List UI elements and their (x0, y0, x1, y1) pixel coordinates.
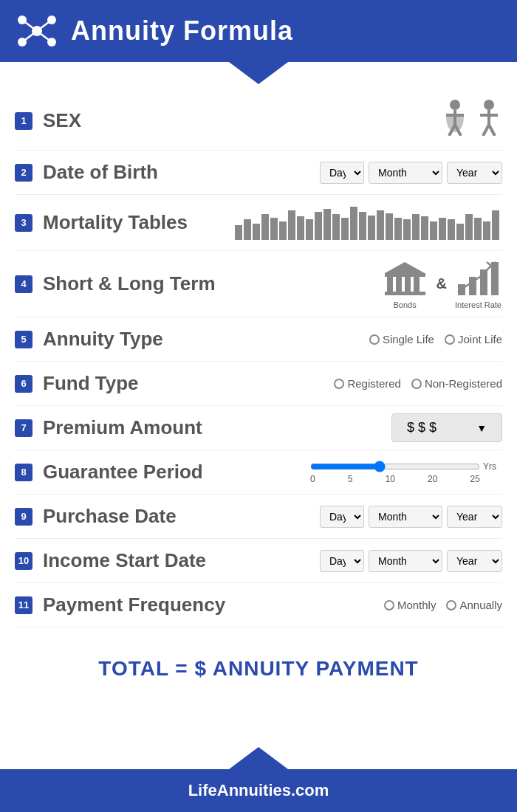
annually-option[interactable]: Annually (446, 599, 502, 611)
footer-text: LifeAnnuities.com (188, 781, 329, 799)
control-annuity-type: Single Life Joint Life (369, 333, 502, 345)
footer-triangle (229, 747, 288, 769)
income-year-select[interactable]: Year (447, 550, 502, 572)
male-icon[interactable] (476, 99, 502, 142)
row-number-4: 4 (15, 275, 32, 293)
chart-bar (323, 209, 331, 240)
premium-dropdown[interactable]: $ $ $ ▼ (391, 413, 502, 442)
svg-rect-21 (396, 277, 402, 292)
row-shortlong: 4 Short & Long Term Bonds & (15, 251, 502, 317)
chart-bar (403, 219, 411, 240)
chart-bar (439, 218, 446, 240)
registered-label: Registered (347, 377, 401, 390)
svg-point-9 (450, 100, 460, 110)
chart-bar (253, 224, 260, 240)
slider-unit-label: Yrs (483, 461, 496, 472)
row-number-8: 8 (15, 464, 32, 481)
chart-bar (297, 216, 304, 240)
joint-life-radio[interactable] (445, 334, 455, 345)
chart-bar (412, 214, 420, 240)
row-guarantee: 8 Guarantee Period Yrs 0 5 10 20 25 (15, 450, 502, 495)
guarantee-slider[interactable] (310, 461, 480, 472)
slider-wrapper: Yrs (310, 461, 502, 472)
row-number-5: 5 (15, 331, 32, 348)
dob-year-select[interactable]: Year (447, 162, 502, 184)
dob-day-select[interactable]: Day (320, 162, 364, 184)
income-day-select[interactable]: Day (320, 550, 364, 572)
main-content: 1 SEX (0, 84, 517, 747)
control-dob: Day Month Year (320, 162, 502, 184)
label-fund-type: Fund Type (43, 372, 334, 395)
chart-bar (465, 214, 473, 240)
label-payment-freq: Payment Frequency (43, 593, 384, 616)
chart-bar (306, 219, 313, 240)
svg-line-18 (489, 125, 495, 136)
control-purchase-date: Day Month Year (320, 506, 502, 528)
chart-bar (448, 219, 455, 240)
label-guarantee: Guarantee Period (43, 461, 310, 484)
page-title: Annuity Formula (71, 16, 293, 47)
single-life-option[interactable]: Single Life (369, 333, 434, 345)
male-svg (476, 99, 502, 136)
svg-marker-25 (385, 262, 425, 273)
premium-value: $ $ $ (407, 420, 436, 436)
monthly-option[interactable]: Monthly (384, 599, 436, 611)
row-payment-freq: 11 Payment Frequency Monthly Annually (15, 583, 502, 627)
non-registered-option[interactable]: Non-Registered (411, 377, 502, 390)
chart-bar (261, 214, 269, 240)
label-mortality: Mortality Tables (43, 211, 232, 234)
tick-0: 0 (310, 474, 315, 484)
chart-bar (359, 212, 366, 240)
bonds-block: Bonds (381, 258, 429, 309)
non-registered-label: Non-Registered (425, 377, 502, 390)
chart-bar (430, 221, 437, 240)
registered-option[interactable]: Registered (334, 377, 401, 390)
control-mortality (232, 202, 502, 243)
label-purchase-date: Purchase Date (43, 505, 320, 528)
dob-month-select[interactable]: Month (369, 162, 442, 184)
mortality-chart (232, 202, 502, 243)
svg-line-7 (22, 31, 37, 42)
row-purchase-date: 9 Purchase Date Day Month Year (15, 495, 502, 539)
label-dob: Date of Birth (43, 161, 320, 184)
footer: LifeAnnuities.com (0, 769, 517, 812)
chart-bar (341, 218, 349, 240)
chart-bar (350, 207, 357, 240)
row-income-start: 10 Income Start Date Day Month Year (15, 539, 502, 583)
purchase-year-select[interactable]: Year (447, 506, 502, 528)
chart-bar (492, 210, 499, 240)
svg-rect-20 (387, 277, 393, 292)
chart-bar (377, 210, 384, 240)
joint-life-option[interactable]: Joint Life (445, 333, 502, 345)
chart-bar (456, 224, 464, 240)
chart-bar (244, 219, 251, 240)
annually-radio[interactable] (446, 600, 456, 610)
interest-rate-icon (454, 258, 502, 299)
income-month-select[interactable]: Month (369, 550, 442, 572)
purchase-day-select[interactable]: Day (320, 506, 364, 528)
single-life-radio[interactable] (369, 334, 380, 345)
control-sex (442, 99, 502, 142)
non-registered-radio[interactable] (411, 379, 422, 389)
premium-arrow-icon: ▼ (476, 422, 487, 434)
svg-rect-23 (414, 277, 420, 292)
interest-block: Interest Rate (454, 258, 502, 309)
row-number-6: 6 (15, 375, 32, 393)
female-icon[interactable] (442, 99, 468, 142)
monthly-radio[interactable] (384, 600, 394, 610)
svg-line-17 (483, 125, 489, 136)
slider-labels: 0 5 10 20 25 (310, 474, 480, 484)
slider-container: Yrs 0 5 10 20 25 (310, 461, 502, 484)
registered-radio[interactable] (334, 379, 344, 389)
chart-bar (279, 221, 287, 240)
label-premium: Premium Amount (43, 416, 391, 439)
row-number-7: 7 (15, 419, 32, 437)
row-annuity-type: 5 Annuity Type Single Life Joint Life (15, 317, 502, 362)
row-mortality: 3 Mortality Tables (15, 195, 502, 251)
svg-rect-29 (491, 262, 499, 295)
purchase-month-select[interactable]: Month (369, 506, 442, 528)
row-number-1: 1 (15, 112, 32, 130)
row-number-2: 2 (15, 164, 32, 182)
chart-bar (288, 210, 295, 240)
svg-line-5 (22, 20, 37, 31)
